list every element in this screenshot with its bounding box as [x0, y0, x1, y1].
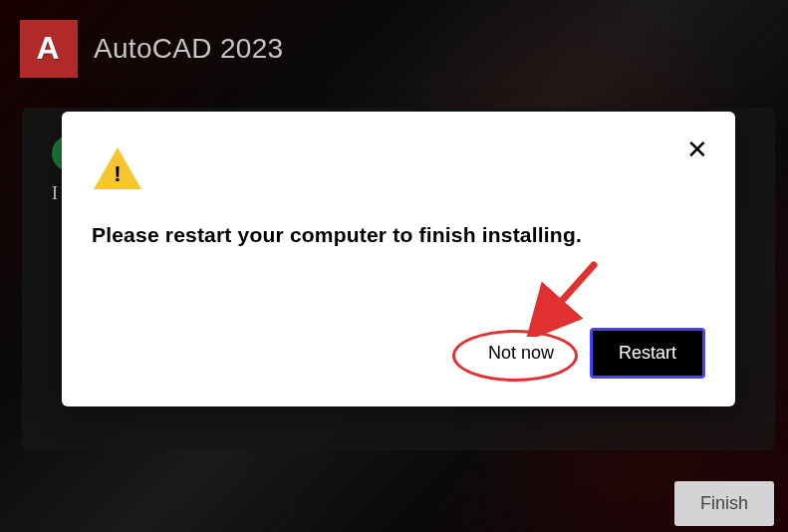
- restart-button[interactable]: Restart: [590, 328, 705, 379]
- app-title: AutoCAD 2023: [94, 33, 283, 65]
- restart-dialog: ✕ ! Please restart your computer to fini…: [62, 112, 735, 406]
- status-text: I: [52, 183, 58, 204]
- dialog-message: Please restart your computer to finish i…: [92, 223, 705, 247]
- logo-letter: A: [37, 31, 60, 68]
- finish-button[interactable]: Finish: [674, 481, 774, 526]
- not-now-button[interactable]: Not now: [466, 333, 576, 374]
- app-logo: A: [20, 20, 78, 78]
- close-icon: ✕: [686, 134, 708, 165]
- close-button[interactable]: ✕: [683, 135, 711, 163]
- finish-label: Finish: [700, 493, 748, 513]
- not-now-label: Not now: [488, 343, 554, 363]
- warning-icon: !: [92, 145, 143, 191]
- dialog-button-row: Not now Restart: [466, 328, 705, 379]
- restart-label: Restart: [619, 343, 676, 363]
- app-header: A AutoCAD 2023: [0, 0, 788, 78]
- svg-text:!: !: [114, 161, 121, 186]
